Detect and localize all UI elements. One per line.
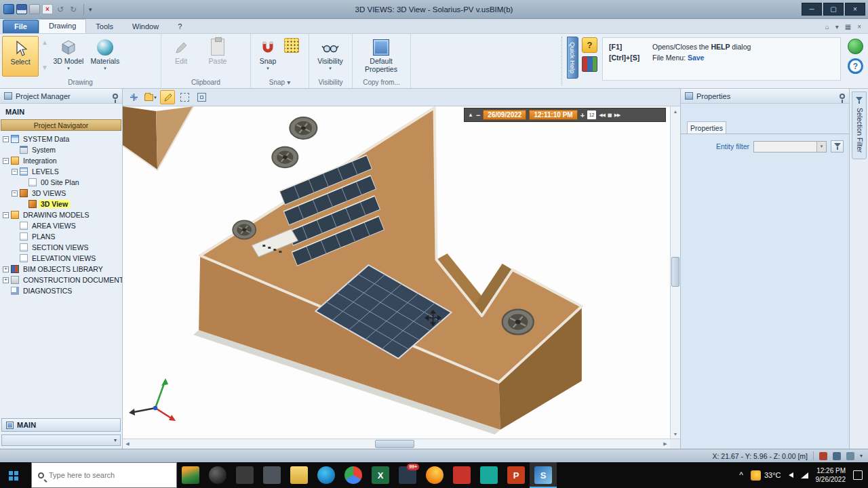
entity-filter-button[interactable] [831, 140, 844, 152]
maximize-button[interactable]: ▢ [823, 3, 844, 16]
skip-forward-icon[interactable]: ▶▶ [614, 113, 620, 118]
tree-item-label[interactable]: LEVELS [30, 167, 61, 176]
help-round-icon[interactable]: ? [848, 58, 863, 74]
tree-item-label[interactable]: DRAWING MODELS [21, 211, 92, 219]
materials-button[interactable]: Materials ▾ [87, 36, 123, 73]
save-icon[interactable] [16, 4, 27, 14]
tree-item-label[interactable]: 00 Site Plan [39, 178, 81, 186]
save-link[interactable]: Save [688, 54, 705, 62]
pin-icon[interactable] [113, 94, 118, 99]
file-explorer-app-button[interactable] [285, 462, 313, 488]
start-button[interactable] [0, 462, 31, 488]
tab-tools[interactable]: Tools [86, 20, 123, 33]
minimize-button[interactable]: ─ [802, 3, 822, 16]
tree-item[interactable]: + CONSTRUCTION DOCUMENTS [0, 274, 122, 285]
tree-item-label[interactable]: SECTION VIEWS [30, 243, 90, 251]
model-status-icon[interactable] [846, 452, 854, 460]
pdf-app-button[interactable] [448, 462, 475, 488]
tree-item[interactable]: ELEVATION VIEWS [0, 253, 122, 264]
status-options-icon[interactable]: ▾ [860, 453, 863, 459]
expand-toggle[interactable]: − [3, 158, 9, 164]
tree-item-label[interactable]: AREA VIEWS [30, 222, 78, 230]
tree-item[interactable]: − DRAWING MODELS [0, 209, 122, 220]
notification-center-icon[interactable] [853, 470, 863, 480]
tree-item[interactable]: SECTION VIEWS [0, 242, 122, 253]
default-properties-button[interactable]: Default Properties [355, 36, 408, 75]
help-question-icon[interactable]: ? [582, 37, 597, 53]
hscroll-thumb[interactable] [375, 440, 414, 448]
expand-toggle[interactable]: − [3, 136, 9, 142]
info-round-icon[interactable] [848, 39, 863, 54]
calendar-icon[interactable]: 12 [587, 110, 596, 119]
tab-properties[interactable]: Properties [687, 121, 726, 134]
tree-item[interactable]: PLANS [0, 231, 122, 242]
pin-icon[interactable] [840, 94, 845, 99]
expand-toggle[interactable]: − [12, 169, 18, 175]
tree-item-label[interactable]: System [30, 146, 58, 154]
tree-item[interactable]: DIAGNOSTICS [0, 285, 122, 296]
quick-access-caret-icon[interactable]: ▾ [89, 6, 92, 13]
draw-tool-icon[interactable] [160, 90, 175, 104]
scroll-down-icon[interactable]: ▼ [671, 429, 680, 439]
volume-icon[interactable] [789, 472, 793, 478]
tree-item-label[interactable]: Integration [21, 157, 59, 165]
tree-item-label[interactable]: DIAGNOSTICS [21, 287, 74, 295]
expand-toggle[interactable]: + [3, 277, 9, 283]
edit-button[interactable]: Edit [163, 36, 199, 68]
network-icon[interactable] [801, 472, 808, 479]
select-next-icon[interactable]: ▼ [41, 64, 48, 71]
main-panel-button[interactable]: MAIN [1, 418, 121, 432]
excel-app-button[interactable]: X [367, 462, 394, 488]
sun-down-icon[interactable]: − [476, 111, 480, 119]
select-button[interactable]: Select [2, 36, 39, 77]
taskbar-search[interactable] [31, 462, 177, 488]
select-previous-icon[interactable]: ▲ [41, 39, 48, 46]
home-icon[interactable]: ⌂ [825, 23, 829, 30]
tray-expand-icon[interactable]: ^ [739, 470, 743, 480]
tree-item[interactable]: 3D View [0, 199, 122, 209]
tree-item[interactable]: − 3D VIEWS [0, 188, 122, 199]
tree-item-label[interactable]: PLANS [30, 232, 57, 241]
model-3d-button[interactable]: 3D Model ▾ [51, 36, 86, 73]
weather-widget[interactable]: 33°C [751, 470, 781, 481]
photos-app-button[interactable] [177, 462, 204, 488]
dark-sphere-app-button[interactable] [204, 462, 231, 488]
quick-help-tab[interactable]: Quick Help [567, 37, 578, 79]
chat-app-button[interactable] [475, 462, 502, 488]
tab-window[interactable]: Window [123, 20, 168, 33]
panel-switch-dropdown[interactable]: ▾ [1, 434, 121, 446]
tray-clock[interactable]: 12:26 PM 9/26/2022 [816, 466, 846, 484]
snap-grid-toggle-icon[interactable] [284, 38, 299, 53]
sun-up-icon[interactable]: ▲ [468, 113, 473, 118]
undo-icon[interactable]: ↺ [55, 4, 66, 14]
tab-drawing[interactable]: Drawing [39, 19, 86, 33]
search-input[interactable] [49, 471, 170, 479]
scroll-up-icon[interactable]: ▲ [671, 106, 680, 116]
skip-back-icon[interactable]: ◀◀ [599, 113, 605, 118]
snap-button[interactable]: Snap ▾ [253, 36, 283, 73]
expand-toggle[interactable]: − [12, 190, 18, 197]
solarius-app-button[interactable]: S [530, 462, 557, 488]
axes-view-icon[interactable] [126, 90, 141, 104]
time-plus-icon[interactable]: + [580, 111, 585, 119]
tree-item-label[interactable]: 3D VIEWS [30, 189, 68, 197]
edge-app-button[interactable] [313, 462, 340, 488]
expand-toggle[interactable]: + [3, 266, 9, 272]
tree-item-label[interactable]: CONSTRUCTION DOCUMENTS [21, 276, 122, 284]
paste-button[interactable]: Paste [200, 36, 235, 68]
snap-dialog-launcher-icon[interactable]: ▾ [287, 79, 290, 86]
tree-item[interactable]: + BIM OBJECTS LIBRARY [0, 264, 122, 274]
tree-item[interactable]: − LEVELS [0, 166, 122, 177]
tree-item[interactable]: − SYSTEM Data [0, 134, 122, 144]
layout-icon[interactable]: ▦ [845, 23, 851, 30]
redo-icon[interactable]: ↻ [68, 4, 79, 14]
close-document-icon[interactable]: × [42, 4, 53, 14]
tree-item-label[interactable]: ELEVATION VIEWS [30, 254, 98, 262]
tab-help[interactable]: ? [168, 20, 191, 33]
tree-item-label[interactable]: 3D View [39, 200, 70, 208]
ribbon-collapse-icon[interactable]: ▾ [835, 23, 839, 30]
task-view-app-button[interactable] [231, 462, 258, 488]
chevron-down-icon[interactable]: ▾ [816, 142, 826, 152]
manuals-books-icon[interactable] [582, 56, 597, 72]
tree-item[interactable]: 00 Site Plan [0, 177, 122, 188]
